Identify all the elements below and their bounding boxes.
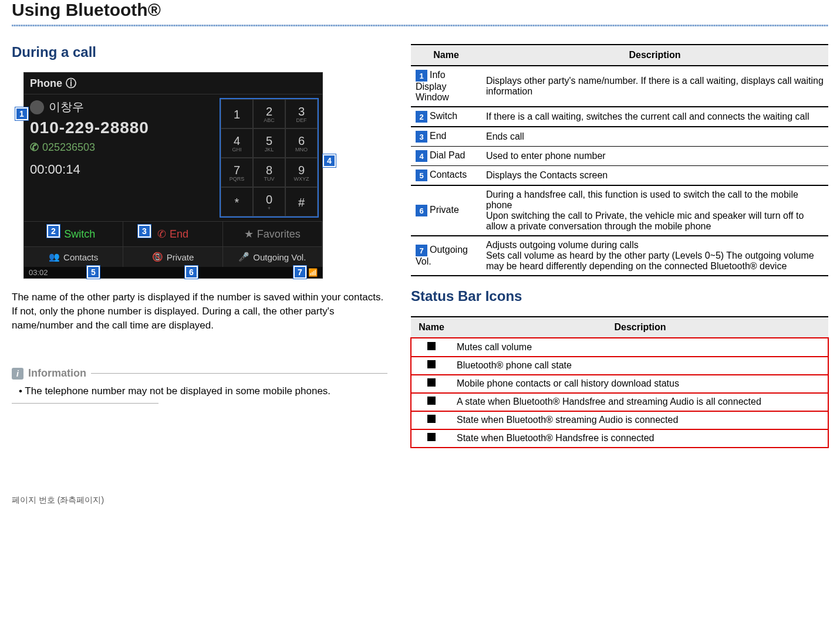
contacts-button[interactable]: 👥Contacts	[24, 247, 123, 267]
status-icon	[427, 360, 436, 368]
row-badge: 1	[416, 70, 427, 82]
key-8[interactable]: 8TUV	[253, 158, 285, 187]
phone-status-bar: 03:02 🔵 📶	[24, 267, 322, 278]
status-th-desc: Description	[452, 317, 828, 338]
contact-name: 이창우	[49, 99, 84, 115]
row-badge: 3	[416, 131, 427, 143]
key-5[interactable]: 5JKL	[253, 128, 285, 158]
page-title: Using Bluetooth®	[12, 0, 828, 20]
phone-screenshot-wrap: Phone ⓘ 이창우 010-229-28880 ✆ 025236503	[23, 72, 335, 279]
key-2[interactable]: 2ABC	[253, 99, 285, 128]
row-name: Dial Pad	[430, 150, 465, 160]
row-name: End	[430, 131, 446, 141]
row-badge: 7	[416, 245, 427, 256]
status-desc: Mobile phone contacts or call history do…	[452, 375, 828, 393]
key-6[interactable]: 6MNO	[285, 128, 318, 158]
information-header: i Information	[12, 367, 387, 380]
status-clock: 03:02	[29, 268, 48, 277]
key-9[interactable]: 9WXYZ	[285, 158, 318, 187]
table-row: 6Private During a handsfree call, this f…	[411, 185, 828, 236]
status-desc: State when Bluetooth® Handsfree is conne…	[452, 429, 828, 448]
information-bottom-line	[12, 403, 158, 404]
table-row: A state when Bluetooth® Handsfree and st…	[411, 393, 828, 411]
phone-main: 이창우 010-229-28880 ✆ 025236503 00:00:14 1…	[24, 94, 322, 221]
left-column: During a call Phone ⓘ 이창우 010-229-28880	[12, 44, 387, 448]
information-title: Information	[28, 367, 86, 380]
outgoing-vol-button[interactable]: 🎤Outgoing Vol.	[223, 247, 322, 267]
key-hash[interactable]: #	[285, 187, 318, 216]
key-1[interactable]: 1	[221, 99, 253, 128]
contact-row: 이창우	[30, 99, 210, 115]
row-desc: If there is a call waiting, switches the…	[481, 107, 828, 127]
table-row: 5Contacts Displays the Contacts screen	[411, 166, 828, 186]
callout-7: 7	[294, 266, 306, 279]
desc-th-name: Name	[411, 45, 481, 66]
key-4[interactable]: 4GHI	[221, 128, 253, 158]
sub-number: 025236503	[42, 141, 95, 154]
phone-header-label: Phone	[30, 77, 62, 90]
status-desc: Bluetooth® phone call state	[452, 357, 828, 375]
call-button-row: ✆Switch ✆End ★Favorites	[24, 221, 322, 246]
status-icon	[427, 397, 436, 405]
sub-number-row: ✆ 025236503	[30, 141, 210, 154]
table-row: State when Bluetooth® Handsfree is conne…	[411, 429, 828, 448]
dial-keypad: 1 2ABC 3DEF 4GHI 5JKL 6MNO 7PQRS 8TUV	[220, 98, 319, 218]
row-desc: Displays the Contacts screen	[481, 166, 828, 186]
status-th-name: Name	[411, 317, 452, 338]
table-row: Mutes call volume	[411, 338, 828, 357]
row-desc: Adjusts outgoing volume during calls Set…	[481, 236, 828, 276]
phone-number: 010-229-28880	[30, 118, 210, 137]
phone-screen: Phone ⓘ 이창우 010-229-28880 ✆ 025236503	[23, 72, 323, 279]
key-7[interactable]: 7PQRS	[221, 158, 253, 187]
info-icon: ⓘ	[66, 76, 76, 90]
row-badge: 2	[416, 111, 427, 123]
star-icon: ★	[244, 228, 254, 241]
row-desc: Used to enter phone number	[481, 147, 828, 166]
title-underline	[12, 25, 828, 26]
desc-th-desc: Description	[481, 45, 828, 66]
switch-button[interactable]: ✆Switch	[24, 222, 123, 246]
private-button[interactable]: 📵Private	[123, 247, 222, 267]
key-0[interactable]: 0+	[253, 187, 285, 216]
phone-info-panel: 이창우 010-229-28880 ✆ 025236503 00:00:14	[24, 94, 216, 221]
status-bar-icons-heading: Status Bar Icons	[411, 288, 828, 304]
status-icons-table: Name Description Mutes call volume Bluet…	[411, 316, 828, 448]
row-name: Private	[430, 205, 459, 215]
information-bullet: • The telephone number may not be displa…	[19, 385, 387, 397]
status-icon	[427, 415, 436, 423]
row-badge: 5	[416, 170, 427, 181]
table-row: Mobile phone contacts or call history do…	[411, 375, 828, 393]
row-desc: Ends call	[481, 127, 828, 147]
content-columns: During a call Phone ⓘ 이창우 010-229-28880	[12, 44, 828, 448]
during-call-body-text: The name of the other party is displayed…	[12, 290, 387, 332]
information-icon: i	[12, 368, 23, 380]
table-row: 7Outgoing Vol. Adjusts outgoing volume d…	[411, 236, 828, 276]
contacts-icon: 👥	[49, 252, 60, 262]
status-icon	[427, 433, 436, 441]
phone-header: Phone ⓘ	[24, 73, 322, 94]
table-row: State when Bluetooth® streaming Audio is…	[411, 411, 828, 429]
row-name: Contacts	[430, 170, 467, 179]
page-footer: 페이지 번호 (좌측페이지)	[12, 495, 828, 506]
call-icon: ✆	[30, 141, 39, 154]
status-icon	[427, 378, 436, 387]
status-desc: State when Bluetooth® streaming Audio is…	[452, 411, 828, 429]
callout-1: 1	[15, 107, 28, 120]
information-block: i Information • The telephone number may…	[12, 367, 387, 404]
key-3[interactable]: 3DEF	[285, 99, 318, 128]
row-name: Switch	[430, 111, 457, 121]
callout-3: 3	[138, 225, 151, 238]
table-row: Bluetooth® phone call state	[411, 357, 828, 375]
bottom-button-row: 👥Contacts 📵Private 🎤Outgoing Vol.	[24, 246, 322, 267]
row-desc: Displays other party's name/number. If t…	[481, 66, 828, 107]
row-badge: 6	[416, 205, 427, 216]
description-table: Name Description 1Info Display Window Di…	[411, 44, 828, 276]
right-column: Name Description 1Info Display Window Di…	[411, 44, 828, 448]
favorites-button[interactable]: ★Favorites	[223, 222, 322, 246]
status-icon	[427, 342, 436, 350]
row-desc: During a handsfree call, this function i…	[481, 185, 828, 236]
key-star[interactable]: *	[221, 187, 253, 216]
row-badge: 4	[416, 150, 427, 162]
call-timer: 00:00:14	[30, 162, 210, 177]
status-desc: Mutes call volume	[452, 338, 828, 357]
